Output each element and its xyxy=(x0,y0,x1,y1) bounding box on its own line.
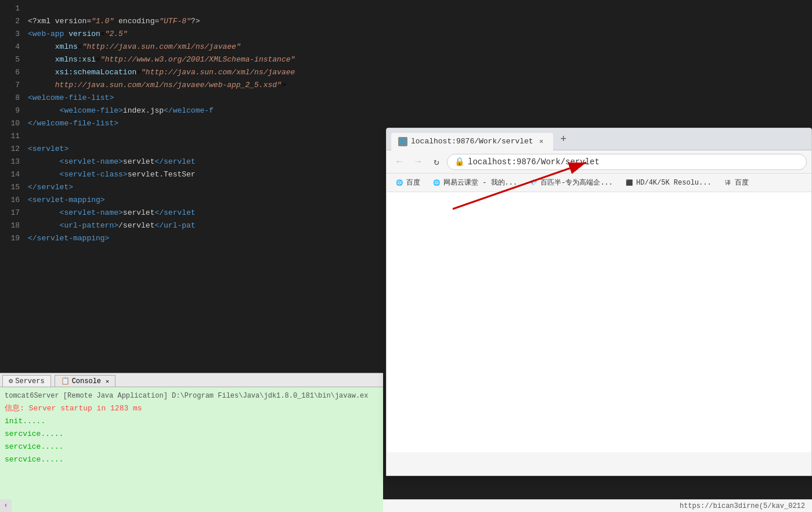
servers-icon: ⚙ xyxy=(9,377,13,385)
forward-button[interactable]: → xyxy=(410,154,426,170)
bookmark-translate-favicon: 译 xyxy=(723,178,732,188)
back-button[interactable]: ← xyxy=(391,154,407,170)
bottom-panel: ⚙ Servers 📋 Console ✕ tomcat6Server [Rem… xyxy=(0,373,383,512)
console-close-icon[interactable]: ✕ xyxy=(106,378,109,385)
bookmark-baidu-favicon: 🌐 xyxy=(395,178,404,188)
browser-tab-title: localhost:9876/Work/servlet xyxy=(411,137,533,146)
server-line: tomcat6Server [Remote Java Application] … xyxy=(5,390,378,402)
new-tab-button[interactable]: + xyxy=(555,131,572,147)
console-line-1: 信息: Server startup in 1283 ms xyxy=(5,402,378,415)
browser-window: 🌐 localhost:9876/Work/servlet ✕ + ← → ↻ … xyxy=(386,128,812,476)
browser-content xyxy=(387,192,811,452)
bookmark-baidu-label: 百度 xyxy=(406,178,420,188)
bookmarks-bar: 🌐 百度 🌐 网易云课堂 - 我的... 💎 百匹半-专为高端企... ⬛ HD… xyxy=(387,174,811,192)
status-bar: https://bican3dirne(5/kav_0212 xyxy=(383,499,812,512)
bookmark-baidu[interactable]: 🌐 百度 xyxy=(391,176,424,189)
browser-toolbar: ← → ↻ 🔒 localhost:9876/Work/servlet xyxy=(387,150,811,174)
address-bar[interactable]: 🔒 localhost:9876/Work/servlet xyxy=(447,154,807,170)
browser-titlebar: 🌐 localhost:9876/Work/servlet ✕ + xyxy=(387,128,811,150)
tab-console[interactable]: 📋 Console ✕ xyxy=(55,375,116,387)
bookmark-wangyiyun-favicon: 🌐 xyxy=(432,178,441,188)
bookmark-wangyiyun-label: 网易云课堂 - 我的... xyxy=(443,178,517,188)
bookmark-translate[interactable]: 译 百度 xyxy=(720,176,752,189)
bookmark-hd-label: HD/4K/5K Resolu... xyxy=(636,179,712,187)
code-text[interactable]: <?xml version="1.0" encoding="UTF-8"?> <… xyxy=(23,0,383,337)
bookmark-baipi[interactable]: 💎 百匹半-专为高端企... xyxy=(525,176,616,189)
console-line-3: sercvice..... xyxy=(5,428,378,441)
bookmark-wangyiyun[interactable]: 🌐 网易云课堂 - 我的... xyxy=(428,176,521,189)
tab-close-button[interactable]: ✕ xyxy=(537,137,546,146)
reload-button[interactable]: ↻ xyxy=(428,154,445,170)
servers-label: Servers xyxy=(15,377,44,385)
bookmark-baipi-label: 百匹半-专为高端企... xyxy=(540,178,613,188)
scroll-left-indicator[interactable]: ‹ xyxy=(0,499,12,512)
code-editor: 1 2 3 4 5 6 7 8 9 10 11 12 13 14 15 16 1… xyxy=(0,0,383,337)
console-label: Console xyxy=(72,377,101,385)
console-content: tomcat6Server [Remote Java Application] … xyxy=(0,387,383,468)
bottom-panel-tabs: ⚙ Servers 📋 Console ✕ xyxy=(0,373,383,387)
bookmark-baipi-favicon: 💎 xyxy=(529,178,538,188)
browser-tab[interactable]: 🌐 localhost:9876/Work/servlet ✕ xyxy=(391,133,553,150)
bookmark-hd[interactable]: ⬛ HD/4K/5K Resolu... xyxy=(621,177,715,189)
console-icon: 📋 xyxy=(61,377,70,385)
address-text: localhost:9876/Work/servlet xyxy=(468,157,600,167)
address-bar-icon: 🔒 xyxy=(454,157,464,167)
bookmark-translate-label: 百度 xyxy=(735,178,749,188)
console-line-5: sercvice..... xyxy=(5,453,378,466)
line-numbers: 1 2 3 4 5 6 7 8 9 10 11 12 13 14 15 16 1… xyxy=(0,0,23,337)
tab-servers[interactable]: ⚙ Servers xyxy=(2,375,51,387)
status-url: https://bican3dirne(5/kav_0212 xyxy=(680,502,805,510)
browser-tab-favicon: 🌐 xyxy=(398,137,407,146)
bookmark-hd-favicon: ⬛ xyxy=(625,178,634,188)
console-line-2: init..... xyxy=(5,415,378,428)
console-line-4: sercvice..... xyxy=(5,441,378,453)
